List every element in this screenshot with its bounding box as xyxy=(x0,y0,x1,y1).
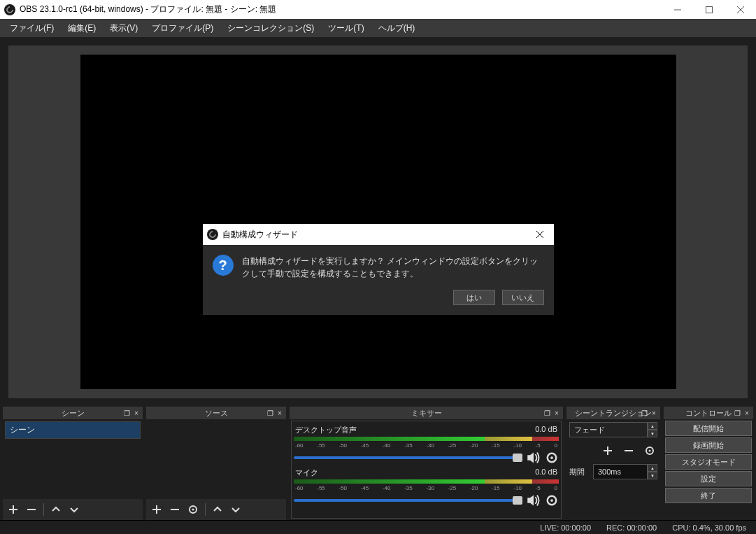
dialog-no-button[interactable]: いいえ xyxy=(502,290,544,305)
dialog-message: 自動構成ウィザードを実行しますか？ メインウィンドウの設定ボタンをクリックして手… xyxy=(242,255,544,280)
obs-logo-icon xyxy=(207,229,218,240)
dialog-yes-button[interactable]: はい xyxy=(453,290,495,305)
dialog-title: 自動構成ウィザード xyxy=(222,229,526,241)
question-icon: ? xyxy=(213,255,234,276)
auto-config-wizard-dialog: 自動構成ウィザード ? 自動構成ウィザードを実行しますか？ メインウィンドウの設… xyxy=(203,224,554,315)
dialog-close-button[interactable] xyxy=(526,231,554,238)
